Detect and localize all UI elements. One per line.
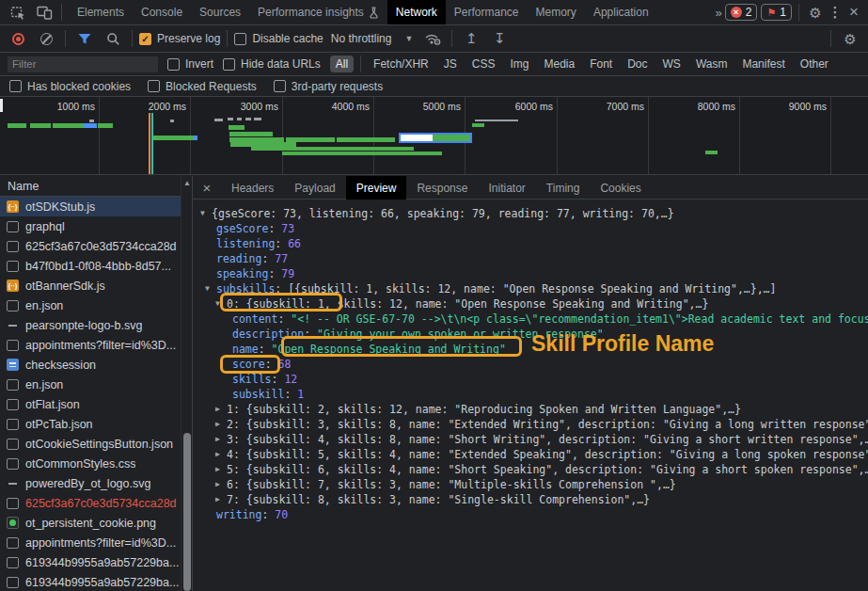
collapsed-arrow-icon[interactable]: ▶ (215, 492, 220, 507)
hide-data-urls-checkbox[interactable]: Hide data URLs (223, 57, 321, 71)
json-tree-row[interactable]: ▶1: {subskill: 2, skills: 12, name: "Rep… (193, 402, 868, 417)
table-row-request[interactable]: checksession (0, 355, 181, 375)
detail-tab-initiator[interactable]: Initiator (478, 176, 535, 200)
filter-type-js[interactable]: JS (438, 56, 463, 72)
filter-type-ws[interactable]: WS (657, 56, 687, 72)
tab-performance-insights[interactable]: Performance insights (249, 0, 387, 24)
filter-funnel-icon[interactable] (72, 27, 97, 50)
tab-elements[interactable]: Elements (69, 0, 133, 24)
json-tree-row[interactable]: ▼subskills: [{subskill: 1, skills: 12, n… (193, 281, 868, 296)
filter-type-img[interactable]: Img (504, 56, 534, 72)
collapsed-arrow-icon[interactable]: ▶ (215, 462, 220, 477)
name-column-header[interactable]: Name (0, 176, 192, 197)
filter-type-manifest[interactable]: Manifest (736, 56, 790, 72)
filter-type-other[interactable]: Other (795, 56, 834, 72)
network-conditions-icon[interactable] (420, 27, 445, 50)
detail-tab-payload[interactable]: Payload (284, 176, 345, 200)
expanded-arrow-icon[interactable]: ▼ (215, 296, 220, 311)
table-row-request[interactable]: {··}otSDKStub.js (0, 197, 181, 216)
table-row-request[interactable]: poweredBy_ot_logo.svg (0, 473, 181, 493)
more-tabs-icon[interactable]: » (716, 6, 721, 20)
collapsed-arrow-icon[interactable]: ▶ (215, 432, 220, 447)
blocked-requests-checkbox[interactable]: Blocked Requests (148, 80, 257, 93)
expanded-arrow-icon[interactable]: ▼ (200, 206, 205, 221)
issues-count-badge[interactable]: ⚑ 1 (761, 4, 792, 21)
filter-type-doc[interactable]: Doc (622, 56, 653, 72)
search-icon[interactable] (101, 27, 125, 50)
filter-type-media[interactable]: Media (538, 56, 580, 72)
scroll-up-icon[interactable]: ▲ (183, 179, 191, 187)
clear-network-log-icon[interactable] (34, 27, 58, 50)
tab-network[interactable]: Network (387, 0, 446, 24)
table-row-request[interactable]: {··}otBannerSdk.js (0, 276, 181, 296)
json-tree-row[interactable]: ▶5: {subskill: 6, skills: 4, name: "Shor… (193, 462, 868, 477)
filter-type-fetchxhr[interactable]: Fetch/XHR (368, 56, 434, 72)
detail-tab-cookies[interactable]: Cookies (590, 176, 651, 200)
table-row-request[interactable]: otPcTab.json (0, 414, 181, 434)
close-devtools-icon[interactable]: × (845, 1, 862, 24)
device-toolbar-icon[interactable] (32, 1, 56, 24)
filter-type-font[interactable]: Font (584, 56, 618, 72)
table-row-request[interactable]: otCookieSettingsButton.json (0, 434, 181, 454)
tab-performance[interactable]: Performance (446, 0, 528, 24)
detail-tab-timing[interactable]: Timing (536, 176, 591, 200)
table-row-request[interactable]: 619344b9955a9ab57229ba... (0, 552, 181, 572)
tab-console[interactable]: Console (133, 0, 191, 24)
json-tree-row[interactable]: ▼{gseScore: 73, listening: 66, speaking:… (193, 206, 868, 221)
has-blocked-cookies-checkbox[interactable]: Has blocked cookies (9, 80, 131, 93)
table-row-request[interactable]: otCommonStyles.css (0, 454, 181, 473)
filter-type-wasm[interactable]: Wasm (690, 56, 734, 72)
table-row-request[interactable]: appointments?filter=id%3D... (0, 335, 181, 355)
table-row-request[interactable]: 625cf3a67c0e3d5734cca28d (0, 236, 181, 256)
preserve-log-checkbox[interactable]: ✓ Preserve log (139, 32, 220, 45)
settings-gear-icon[interactable]: ⚙ (806, 1, 825, 24)
error-count-badge[interactable]: × 2 (725, 4, 758, 21)
3rd-party-requests-checkbox[interactable]: 3rd-party requests (274, 80, 383, 93)
json-tree-row[interactable]: ▶2: {subskill: 3, skills: 8, name: "Exte… (193, 417, 868, 432)
table-row-request[interactable]: ot_persistent_cookie.png (0, 513, 181, 533)
network-settings-gear-icon[interactable]: ⚙ (838, 27, 862, 50)
table-row-request[interactable]: 625cf3a67c0e3d5734cca28d (0, 493, 181, 513)
record-network-log-icon[interactable] (6, 27, 30, 50)
collapsed-arrow-icon[interactable]: ▶ (215, 477, 220, 492)
filter-type-css[interactable]: CSS (466, 56, 501, 72)
table-row-request[interactable]: pearsonpte-logo-b.svg (0, 315, 181, 335)
json-number: 1 (297, 388, 304, 401)
table-row-request[interactable]: appointments?filter=id%3D... (0, 533, 181, 552)
json-tree-row[interactable]: ▶7: {subskill: 8, skills: 3, name: "Sing… (193, 492, 868, 507)
disable-cache-checkbox[interactable]: Disable cache (234, 32, 323, 45)
table-row-request[interactable]: graphql (0, 216, 181, 236)
invert-checkbox[interactable]: Invert (167, 57, 213, 71)
json-tree-row[interactable]: ▶6: {subskill: 7, skills: 3, name: "Mult… (193, 477, 868, 492)
table-row-request[interactable]: en.json (0, 296, 181, 315)
filter-type-all[interactable]: All (330, 56, 354, 72)
overview-grip[interactable] (0, 99, 3, 112)
network-overview-timeline[interactable]: 1000 ms2000 ms3000 ms4000 ms5000 ms6000 … (0, 97, 868, 175)
detail-tab-preview[interactable]: Preview (346, 176, 407, 200)
requests-scrollbar[interactable]: ▲ (181, 176, 192, 591)
json-tree-row[interactable]: ▶4: {subskill: 5, skills: 4, name: "Exte… (193, 447, 868, 462)
more-options-icon[interactable]: ⋮ (829, 1, 842, 24)
tab-application[interactable]: Application (585, 0, 657, 24)
table-row-request[interactable]: en.json (0, 375, 181, 394)
collapsed-arrow-icon[interactable]: ▶ (215, 447, 220, 462)
table-row-request[interactable]: otFlat.json (0, 394, 181, 414)
throttling-dropdown[interactable]: No throttling ▼ (327, 32, 418, 45)
table-row-request[interactable]: 619344b9955a9ab57229ba... (0, 572, 181, 591)
json-tree-row[interactable]: ▼0: {subskill: 1, skills: 12, name: "Ope… (193, 296, 868, 311)
import-har-icon[interactable]: ↥ (459, 27, 483, 50)
expanded-arrow-icon[interactable]: ▼ (205, 281, 210, 296)
tab-memory[interactable]: Memory (528, 0, 585, 24)
detail-tab-response[interactable]: Response (406, 176, 478, 200)
filter-input[interactable] (8, 56, 158, 72)
inspect-element-icon[interactable] (6, 1, 30, 24)
collapsed-arrow-icon[interactable]: ▶ (215, 417, 220, 432)
collapsed-arrow-icon[interactable]: ▶ (215, 402, 220, 417)
tab-sources[interactable]: Sources (191, 0, 249, 24)
json-tree-row[interactable]: ▶3: {subskill: 4, skills: 8, name: "Shor… (193, 432, 868, 447)
close-detail-icon[interactable]: × (193, 180, 221, 196)
export-har-icon[interactable]: ↧ (487, 27, 512, 50)
table-row-request[interactable]: b47f0bd1-0f08-4bbb-8d57... (0, 256, 181, 276)
detail-tab-headers[interactable]: Headers (221, 176, 284, 200)
scrollbar-thumb[interactable] (183, 433, 191, 591)
